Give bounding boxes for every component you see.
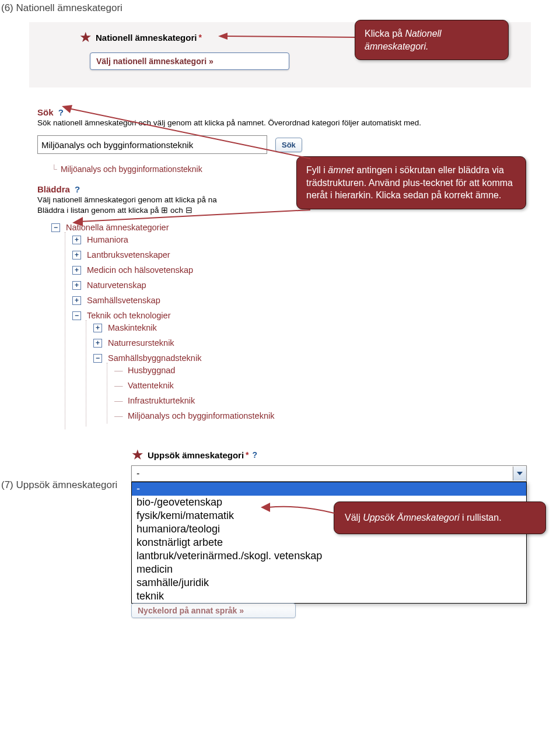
dropdown-option[interactable]: samhälle/juridik <box>132 576 526 590</box>
dropdown-selected[interactable]: - <box>131 465 527 482</box>
dropdown-option[interactable]: teknik <box>132 590 526 603</box>
expand-icon[interactable]: + <box>93 339 102 348</box>
tree-node[interactable]: Miljöanalys och bygginformationsteknik <box>128 411 274 420</box>
svg-marker-3 <box>62 105 72 113</box>
branch-icon: — <box>114 411 122 420</box>
chevron-down-icon[interactable] <box>513 467 526 481</box>
arrow-icon <box>71 210 316 227</box>
tree-node[interactable]: Husbyggnad <box>128 366 175 375</box>
tree-node[interactable]: Samhällsbyggnadsteknik <box>108 353 201 363</box>
expand-icon[interactable]: + <box>72 251 81 259</box>
star-icon: ★ <box>79 30 92 44</box>
tree-node[interactable]: Maskinteknik <box>108 323 157 332</box>
expand-icon[interactable]: + <box>72 266 81 275</box>
dropdown-option[interactable]: lantbruk/veterinärmed./skogl. vetenskap <box>132 549 526 563</box>
browse-heading: Bläddra <box>37 184 70 194</box>
panel-search-browse: Sök ? Sök nationell ämneskategori och vä… <box>29 98 531 437</box>
keywords-other-language-button[interactable]: Nyckelord på annat språk » <box>131 603 296 618</box>
arrow-icon <box>258 501 340 519</box>
help-icon[interactable]: ? <box>253 450 258 460</box>
collapse-icon[interactable]: − <box>51 223 60 232</box>
dropdown-title: Uppsök ämneskategori <box>148 450 244 460</box>
search-heading: Sök <box>37 107 54 117</box>
expand-icon[interactable]: + <box>72 281 81 290</box>
callout-choose-dropdown: Välj Uppsök Ämneskategori i rullistan. <box>334 501 546 534</box>
dropdown-list[interactable]: -bio-/geovetenskapfysik/kemi/matematikhu… <box>131 482 527 604</box>
arrow-icon <box>60 103 316 161</box>
tree-node[interactable]: Medicin och hälsovetenskap <box>87 265 193 275</box>
arrow-icon <box>218 31 364 43</box>
branch-icon: — <box>114 381 122 390</box>
tree-node[interactable]: Teknik och teknologier <box>87 311 170 320</box>
required-asterisk: * <box>246 450 249 460</box>
section6-heading: (6) Nationell ämneskategori <box>1 2 560 14</box>
category-tree: − Nationella ämneskategorier +Humaniora+… <box>51 223 523 429</box>
required-asterisk: * <box>198 33 201 42</box>
branch-icon: — <box>114 366 122 375</box>
tree-node[interactable]: Infrastrukturteknik <box>128 396 195 405</box>
branch-icon: — <box>114 396 122 405</box>
panel-category-title: ★ Nationell ämneskategori * Välj natione… <box>29 22 531 87</box>
collapse-icon[interactable]: − <box>93 354 102 363</box>
callout-fill-subject: Fyll i ämnet antingen i sökrutan eller b… <box>296 156 526 209</box>
svg-line-2 <box>69 108 310 159</box>
tree-node[interactable]: Samhällsvetenskap <box>87 296 160 305</box>
svg-marker-5 <box>72 217 83 226</box>
section7: (7) Uppsök ämneskategori ★ Uppsök ämnesk… <box>0 448 560 641</box>
dropdown-option[interactable]: medicin <box>132 563 526 576</box>
collapse-icon[interactable]: − <box>72 311 81 320</box>
tree-node[interactable]: Naturvetenskap <box>87 280 146 290</box>
dropdown-option[interactable]: konstnärligt arbete <box>132 536 526 549</box>
svg-line-0 <box>225 36 358 37</box>
svg-line-4 <box>79 210 310 222</box>
tree-node[interactable]: Vattenteknik <box>128 381 174 390</box>
svg-marker-6 <box>517 472 523 475</box>
help-icon[interactable]: ? <box>75 184 80 194</box>
select-category-button[interactable]: Välj nationell ämneskategori » <box>90 52 289 70</box>
tree-node[interactable]: Humaniora <box>87 235 128 244</box>
section7-heading: (7) Uppsök ämneskategori <box>1 479 117 491</box>
category-title: Nationell ämneskategori <box>96 33 197 43</box>
expand-icon[interactable]: + <box>72 296 81 305</box>
branch-icon: └ <box>51 164 57 174</box>
expand-icon[interactable]: + <box>93 324 102 332</box>
dropdown-option[interactable]: - <box>132 482 526 496</box>
star-icon: ★ <box>131 448 144 462</box>
expand-icon[interactable]: + <box>72 236 81 244</box>
svg-marker-7 <box>261 503 270 512</box>
tree-node[interactable]: Naturresursteknik <box>108 338 174 348</box>
svg-marker-1 <box>218 33 228 40</box>
tree-node[interactable]: Lantbruksvetenskaper <box>87 250 170 259</box>
callout-click-category: Klicka på Nationell ämneskategori. <box>355 20 509 60</box>
